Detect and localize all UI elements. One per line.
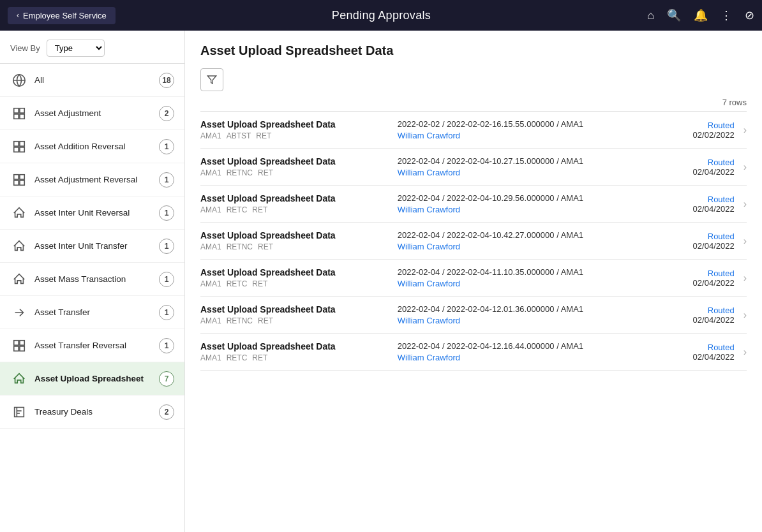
sidebar-item-badge: 7	[159, 371, 174, 387]
record-status-date: 02/04/2022	[693, 204, 735, 214]
record-date: 2022-02-04 / 2022-02-04-12.16.44.000000 …	[398, 341, 659, 351]
globe-icon	[10, 71, 28, 89]
records-list: Asset Upload Spreadsheet Data AMA1ABTSTR…	[200, 111, 747, 371]
table-row[interactable]: Asset Upload Spreadsheet Data AMA1RETCRE…	[200, 186, 747, 223]
record-status-date: 02/04/2022	[693, 241, 735, 251]
record-tag: AMA1	[200, 242, 221, 251]
svg-rect-13	[14, 340, 19, 344]
chevron-right-icon: ›	[740, 309, 747, 321]
record-name: Asset Upload Spreadsheet Data	[200, 267, 387, 277]
record-right: Routed 02/04/2022	[669, 269, 740, 288]
more-icon[interactable]: ⋮	[721, 8, 732, 22]
home-icon[interactable]: ⌂	[647, 9, 654, 22]
sidebar: View By Type Date Status All 18	[0, 31, 185, 532]
record-author: William Crawford	[398, 279, 659, 288]
svg-rect-2	[20, 108, 24, 112]
record-status-date: 02/04/2022	[693, 315, 735, 325]
table-row[interactable]: Asset Upload Spreadsheet Data AMA1RETCRE…	[200, 260, 747, 297]
sidebar-viewby: View By Type Date Status	[0, 31, 184, 64]
sidebar-item-asset-adjustment-reversal[interactable]: Asset Adjustment Reversal 1	[0, 163, 184, 196]
record-tags: AMA1RETNCRET	[200, 316, 387, 325]
table-row[interactable]: Asset Upload Spreadsheet Data AMA1RETCRE…	[200, 334, 747, 371]
search-icon[interactable]: 🔍	[667, 8, 681, 22]
content-area: Asset Upload Spreadsheet Data 7 rows Ass…	[185, 31, 762, 532]
sidebar-item-asset-upload-spreadsheet[interactable]: Asset Upload Spreadsheet 7	[0, 362, 184, 395]
record-tag: RETNC	[227, 168, 253, 177]
main-layout: View By Type Date Status All 18	[0, 31, 762, 532]
table-row[interactable]: Asset Upload Spreadsheet Data AMA1ABTSTR…	[200, 112, 747, 149]
record-middle: 2022-02-04 / 2022-02-04-12.16.44.000000 …	[387, 341, 669, 362]
record-tags: AMA1RETCRET	[200, 279, 387, 288]
sidebar-item-label: Asset Adjustment Reversal	[34, 174, 153, 186]
sidebar-item-label: Asset Adjustment	[34, 108, 153, 119]
record-date: 2022-02-04 / 2022-02-04-10.27.15.000000 …	[398, 156, 659, 166]
record-name: Asset Upload Spreadsheet Data	[200, 119, 387, 129]
record-status: Routed	[708, 121, 735, 130]
record-date: 2022-02-04 / 2022-02-04-10.29.56.000000 …	[398, 193, 659, 203]
table-row[interactable]: Asset Upload Spreadsheet Data AMA1RETNCR…	[200, 297, 747, 334]
record-status: Routed	[708, 343, 735, 352]
content-title: Asset Upload Spreadsheet Data	[200, 43, 747, 58]
record-right: Routed 02/02/2022	[669, 121, 740, 140]
chevron-right-icon: ›	[740, 235, 747, 247]
sidebar-item-asset-transfer-reversal[interactable]: Asset Transfer Reversal 1	[0, 329, 184, 362]
sidebar-item-badge: 2	[159, 404, 174, 420]
svg-rect-9	[14, 174, 19, 179]
sidebar-item-badge: 1	[159, 272, 174, 287]
table-row[interactable]: Asset Upload Spreadsheet Data AMA1RETNCR…	[200, 223, 747, 260]
sidebar-item-asset-transfer[interactable]: Asset Transfer 1	[0, 296, 184, 329]
record-name: Asset Upload Spreadsheet Data	[200, 230, 387, 240]
record-main: Asset Upload Spreadsheet Data AMA1RETNCR…	[200, 304, 387, 325]
sidebar-item-badge-all: 18	[159, 73, 174, 88]
sidebar-item-badge: 1	[159, 305, 174, 320]
record-author: William Crawford	[398, 242, 659, 251]
asset-upload-spreadsheet-icon	[10, 370, 28, 388]
filter-button[interactable]	[200, 68, 223, 91]
sidebar-item-asset-adjustment[interactable]: Asset Adjustment 2	[0, 97, 184, 130]
sidebar-item-treasury-deals[interactable]: Treasury Deals 2	[0, 395, 184, 429]
viewby-select[interactable]: Type Date Status	[47, 40, 105, 57]
bell-icon[interactable]: 🔔	[694, 8, 708, 22]
record-tag: RETNC	[227, 316, 253, 325]
sidebar-item-asset-addition-reversal[interactable]: Asset Addition Reversal 1	[0, 130, 184, 163]
record-tag: RETC	[227, 353, 248, 362]
record-date: 2022-02-04 / 2022-02-04-10.42.27.000000 …	[398, 230, 659, 240]
record-tag: RET	[258, 242, 273, 251]
asset-inter-unit-transfer-icon	[10, 237, 28, 255]
asset-adjustment-icon	[10, 105, 28, 122]
chevron-right-icon: ›	[740, 198, 747, 210]
record-middle: 2022-02-04 / 2022-02-04-10.27.15.000000 …	[387, 156, 669, 177]
svg-rect-14	[20, 340, 24, 344]
record-right: Routed 02/04/2022	[669, 158, 740, 177]
chevron-right-icon: ›	[740, 124, 747, 136]
asset-inter-unit-reversal-icon	[10, 204, 28, 222]
sidebar-item-asset-inter-unit-reversal[interactable]: Asset Inter Unit Reversal 1	[0, 196, 184, 230]
table-row[interactable]: Asset Upload Spreadsheet Data AMA1RETNCR…	[200, 149, 747, 186]
record-status-date: 02/04/2022	[693, 278, 735, 288]
sidebar-item-asset-inter-unit-transfer[interactable]: Asset Inter Unit Transfer 1	[0, 230, 184, 263]
svg-marker-17	[207, 76, 216, 84]
chevron-right-icon: ›	[740, 161, 747, 173]
svg-rect-8	[20, 147, 24, 151]
cancel-icon[interactable]: ⊘	[745, 8, 754, 22]
record-name: Asset Upload Spreadsheet Data	[200, 156, 387, 166]
svg-rect-1	[14, 108, 19, 112]
sidebar-item-all[interactable]: All 18	[0, 64, 184, 97]
asset-adjustment-reversal-icon	[10, 171, 28, 189]
sidebar-item-label: Asset Inter Unit Reversal	[34, 207, 153, 219]
sidebar-item-asset-mass-transaction[interactable]: Asset Mass Transaction 1	[0, 263, 184, 296]
sidebar-item-badge: 1	[159, 139, 174, 154]
sidebar-item-label: Asset Transfer	[34, 307, 153, 318]
record-right: Routed 02/04/2022	[669, 306, 740, 325]
record-tag: RET	[252, 205, 267, 214]
sidebar-item-badge: 1	[159, 338, 174, 353]
record-date: 2022-02-04 / 2022-02-04-12.01.36.000000 …	[398, 304, 659, 314]
page-title: Pending Approvals	[116, 9, 647, 22]
back-button[interactable]: ‹ Employee Self Service	[8, 7, 116, 24]
asset-mass-transaction-icon	[10, 270, 28, 288]
sidebar-item-label: Asset Inter Unit Transfer	[34, 240, 153, 252]
record-status: Routed	[708, 306, 735, 315]
rows-count: 7 rows	[200, 98, 747, 107]
record-tags: AMA1RETNCRET	[200, 242, 387, 251]
svg-rect-7	[14, 147, 19, 151]
